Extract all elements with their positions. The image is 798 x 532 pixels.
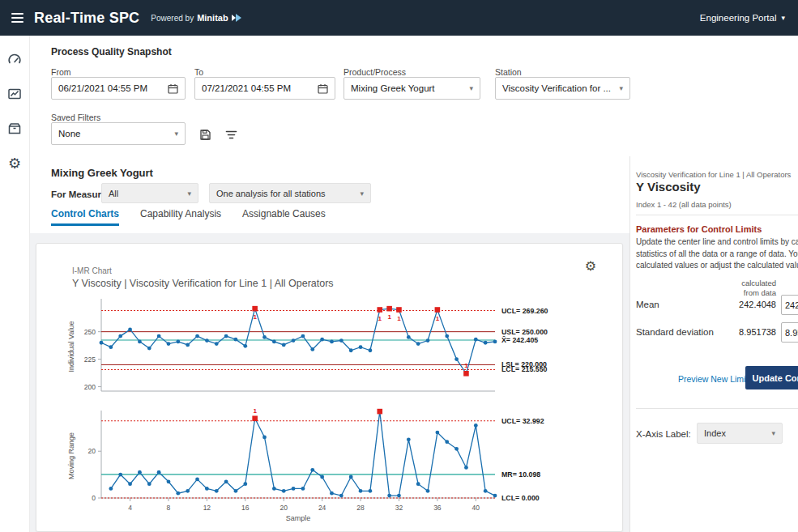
x-axis-label: X-Axis Label:	[636, 429, 691, 439]
sidebar-item-charts[interactable]	[4, 83, 25, 104]
chevron-down-icon: ▾	[781, 14, 785, 22]
chevron-down-icon: ▾	[469, 84, 473, 92]
mean-calculated-value: 242.4048	[636, 300, 776, 309]
tab-control-charts[interactable]: Control Charts	[51, 208, 119, 226]
filter-icon	[225, 129, 237, 141]
brand-name: Minitab	[197, 13, 228, 23]
powered-by-text: Powered by	[151, 14, 194, 23]
svg-text:40: 40	[472, 504, 480, 512]
chevron-down-icon: ▾	[360, 189, 364, 198]
chevron-down-icon: ▾	[174, 130, 178, 138]
tab-capability-analysis[interactable]: Capability Analysis	[140, 208, 221, 226]
hamburger-icon	[11, 11, 23, 25]
portal-label: Engineering Portal	[700, 13, 777, 23]
svg-text:Moving Range: Moving Range	[67, 432, 75, 479]
gear-icon: ⚙	[585, 259, 596, 273]
sidebar: ⚙	[0, 36, 30, 532]
svg-text:12: 12	[203, 504, 211, 512]
chart-card: I-MR Chart Y Viscosity | Viscosity Verif…	[36, 243, 623, 532]
svg-text:1: 1	[387, 313, 391, 321]
stdev-calculated-value: 8.951738	[636, 327, 776, 337]
box-icon	[7, 121, 22, 136]
sidebar-item-dashboard[interactable]	[4, 49, 25, 70]
stdev-input[interactable]	[781, 322, 798, 343]
from-date-value: 06/21/2021 04:55 PM	[58, 83, 147, 93]
svg-text:250: 250	[84, 328, 96, 336]
save-icon	[199, 129, 211, 141]
x-axis-select-value: Index	[704, 428, 726, 438]
svg-text:200: 200	[84, 383, 96, 391]
product-select[interactable]: Mixing Greek Yogurt ▾	[344, 77, 480, 100]
analysis-mode-select[interactable]: One analysis for all stations ▾	[209, 183, 371, 203]
svg-text:1: 1	[253, 407, 257, 415]
col-header-line1: calculated	[713, 279, 776, 288]
measure-select-value: All	[109, 189, 118, 198]
station-select[interactable]: Viscosity Verification for ... ▾	[495, 77, 630, 100]
minitab-logo-icon	[232, 14, 241, 22]
mr-chart-svg: 020481216202428323640SampleMoving RangeU…	[64, 406, 599, 529]
app-title: Real-Time SPC	[34, 10, 139, 27]
sidebar-item-products[interactable]	[4, 118, 25, 139]
svg-text:4: 4	[128, 504, 132, 512]
analysis-header: Mixing Greek Yogurt For Measure: All ▾ O…	[30, 156, 629, 233]
svg-text:X̄= 242.405: X̄= 242.405	[501, 336, 538, 344]
panel-title: Y Viscosity	[636, 180, 701, 194]
preview-new-limits-link[interactable]: Preview New Limits	[678, 374, 753, 384]
calculated-column-header: calculated from data	[713, 279, 776, 298]
mean-input[interactable]	[781, 295, 798, 315]
to-date-value: 07/21/2021 04:55 PM	[202, 83, 291, 93]
svg-text:LCL= 0.000: LCL= 0.000	[501, 494, 540, 502]
chart-type-label: I-MR Chart	[72, 266, 112, 275]
chevron-down-icon: ▾	[187, 189, 191, 198]
calendar-icon	[168, 83, 178, 94]
svg-text:1: 1	[253, 313, 257, 321]
sidebar-item-settings[interactable]: ⚙	[4, 153, 25, 174]
tab-assignable-causes[interactable]: Assignable Causes	[242, 208, 326, 226]
station-label: Station	[495, 67, 522, 77]
chart-image-icon	[7, 87, 22, 101]
saved-filters-label: Saved Filters	[51, 113, 100, 122]
real-time-spc-app: Real-Time SPC Powered by Minitab Enginee…	[0, 0, 798, 532]
chevron-down-icon: ▾	[619, 84, 623, 92]
product-label: Product/Process	[344, 67, 406, 77]
params-title: Parameters for Control Limits	[636, 224, 762, 234]
svg-text:UCL= 269.260: UCL= 269.260	[501, 307, 548, 315]
panel-index-info: Index 1 - 42 (all data points)	[636, 200, 732, 209]
x-axis-select[interactable]: Index ▾	[697, 423, 783, 444]
gauge-icon	[7, 52, 22, 66]
svg-text:1: 1	[378, 315, 382, 322]
save-filter-button[interactable]	[194, 125, 216, 144]
svg-text:LCL= 215.550: LCL= 215.550	[501, 365, 548, 373]
panel-context: Viscosity Verification for Line 1 | All …	[636, 170, 791, 179]
chart-subtitle: Y Viscosity | Viscosity Verification for…	[72, 278, 334, 289]
svg-text:32: 32	[395, 504, 403, 512]
gear-icon: ⚙	[8, 156, 21, 171]
to-date-input[interactable]: 07/21/2021 04:55 PM	[194, 77, 335, 100]
svg-text:1: 1	[436, 315, 440, 322]
powered-by: Powered by Minitab	[151, 13, 241, 23]
svg-text:1: 1	[464, 362, 468, 369]
advanced-filter-button[interactable]	[220, 125, 241, 144]
svg-text:Sample: Sample	[286, 514, 311, 522]
saved-filters-select[interactable]: None ▾	[51, 122, 186, 145]
panel-divider-line	[636, 408, 798, 409]
svg-text:1: 1	[397, 315, 401, 322]
svg-text:36: 36	[433, 504, 442, 512]
params-description: Update the center line and control limit…	[636, 236, 798, 272]
station-select-value: Viscosity Verification for ...	[502, 83, 611, 93]
svg-text:28: 28	[356, 504, 365, 512]
measure-select[interactable]: All ▾	[101, 183, 198, 203]
panel-divider-line	[636, 215, 798, 215]
chart-settings-button[interactable]: ⚙	[585, 258, 596, 274]
svg-text:20: 20	[280, 504, 288, 512]
update-control-limits-button[interactable]: Update Control Limits	[745, 366, 798, 389]
from-date-input[interactable]: 06/21/2021 04:55 PM	[51, 77, 186, 100]
top-bar: Real-Time SPC Powered by Minitab Enginee…	[0, 0, 798, 36]
to-label: To	[194, 67, 203, 77]
svg-text:24: 24	[318, 504, 326, 512]
calendar-icon	[318, 83, 328, 94]
svg-text:USL= 250.000: USL= 250.000	[501, 328, 548, 336]
menu-button[interactable]	[0, 0, 34, 36]
i-chart-svg: 200225250Individual ValueUCL= 269.260USL…	[64, 296, 599, 406]
portal-menu-button[interactable]: Engineering Portal ▾	[700, 13, 785, 23]
